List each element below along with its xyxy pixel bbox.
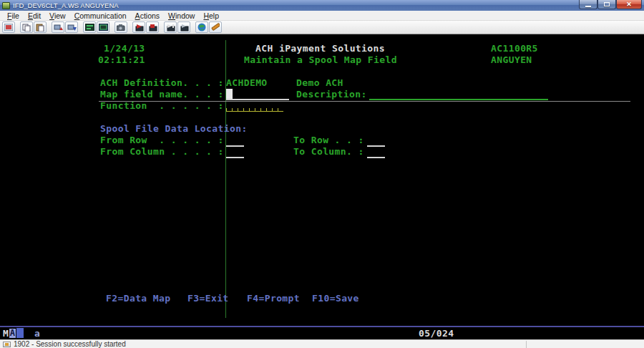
status-bar-divider [526,341,527,348]
map-field-name-label: Map field name. . . : [100,89,224,100]
maximize-icon [604,2,610,6]
menu-help[interactable]: Help [199,11,223,20]
macro-record-icon[interactable] [146,21,159,33]
spool-section-label: Spool File Data Location: [100,123,248,134]
user-id: ANGUYEN [491,54,532,65]
ach-definition-label: ACH Definition. . . : [100,77,224,88]
description-label: Description: [296,89,367,100]
session-status-icon [3,342,11,347]
from-row-label: From Row . . . . . : [100,135,224,145]
globe-icon[interactable] [195,21,208,33]
pencil-icon[interactable] [209,21,222,33]
macro-step-icon[interactable] [164,21,177,33]
system-date: 1/24/13 [104,43,145,54]
ach-definition-value: ACHDEMO [226,77,268,88]
oia-system-indicator: M [3,328,9,339]
screen-subtitle: Maintain a Spool Map Field [244,54,397,65]
function-input[interactable] [226,108,283,112]
toolbar [0,21,644,34]
menu-view[interactable]: View [45,11,70,20]
map-field-name-input[interactable] [226,99,289,100]
description-input[interactable] [369,99,548,100]
terminal-screen[interactable]: 1/24/13 02:11:21 ACH iPayment Solutions … [0,34,644,339]
menu-actions[interactable]: Actions [131,11,164,20]
from-column-label: From Column . . . . : [100,146,224,157]
fkey-f10-save[interactable]: F10=Save [312,293,359,304]
terminal-cursor [226,89,233,100]
macro-pause-icon[interactable] [177,21,190,33]
menu-communication[interactable]: Communication [70,11,131,20]
minimize-button[interactable] [579,0,597,9]
oia-keyboard-block [16,328,24,338]
title-bar[interactable]: IFD_DEV6CLT_A.WS ANGUYENA ✕ [0,0,644,11]
camera-icon[interactable] [114,21,127,33]
function-label: Function . . . . . : [100,100,224,111]
paste-icon[interactable] [34,21,47,33]
to-column-label: To Column. : [293,146,364,157]
fkey-f3-exit[interactable]: F3=Exit [187,293,229,304]
receive-file-icon[interactable] [65,21,78,33]
menu-edit[interactable]: Edit [24,11,45,20]
oia-shift-indicator: a [34,328,40,339]
to-row-input[interactable] [367,145,385,147]
macro-play-icon[interactable] [132,21,145,33]
send-file-icon[interactable] [52,21,64,33]
app-icon [2,2,10,9]
session-window-icon[interactable] [97,21,109,33]
session-display-icon[interactable] [83,21,96,33]
close-button[interactable]: ✕ [616,0,642,9]
close-icon: ✕ [626,1,632,7]
program-id: AC1100R5 [491,43,538,54]
oia-cursor-position: 05/024 [419,328,454,339]
oia-input-indicator: A [9,329,16,338]
oia-separator [0,326,644,327]
screen-title: ACH iPayment Solutions [255,43,385,54]
screen-capture-icon[interactable] [2,21,15,33]
ach-definition-description: Demo ACH [296,77,343,88]
to-row-label: To Row . . : [293,135,364,145]
menu-file[interactable]: File [3,11,24,20]
window-controls: ✕ [579,0,642,11]
status-message: 1902 - Session successfully started [14,340,126,348]
system-time: 02:11:21 [98,54,145,65]
fkey-f4-prompt[interactable]: F4=Prompt [247,293,300,304]
maximize-button[interactable] [597,0,616,9]
fkey-f2-data-map[interactable]: F2=Data Map [106,293,171,304]
minimize-icon [585,6,591,7]
app-window: IFD_DEV6CLT_A.WS ANGUYENA ✕ File Edit Vi… [0,0,644,348]
from-row-input[interactable] [226,145,244,147]
from-column-input[interactable] [226,157,244,158]
to-column-input[interactable] [367,157,385,158]
menu-window[interactable]: Window [164,11,199,20]
copy-icon[interactable] [20,21,33,33]
status-bar: 1902 - Session successfully started [0,339,644,348]
menu-bar: File Edit View Communication Actions Win… [0,11,644,21]
window-title: IFD_DEV6CLT_A.WS ANGUYENA [13,1,579,9]
